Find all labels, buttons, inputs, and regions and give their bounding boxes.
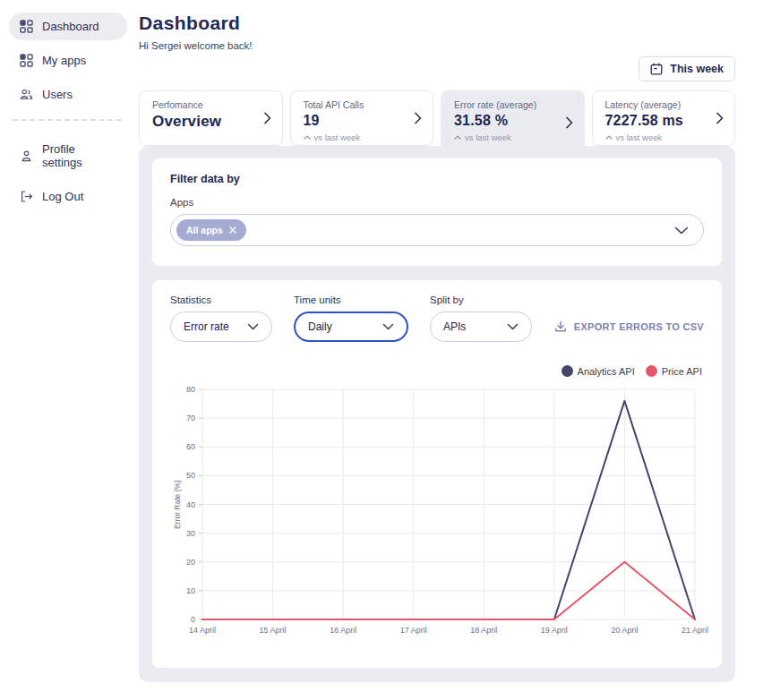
this-week-label: This week [670, 63, 724, 75]
tab-content-area: Filter data by Apps All apps Statistic [139, 146, 735, 682]
filter-heading: Filter data by [170, 173, 704, 185]
sidebar-item-dashboard[interactable]: Dashboard [9, 13, 127, 40]
chevron-down-icon [247, 323, 259, 330]
remove-chip-icon[interactable] [229, 226, 236, 234]
grid-icon [20, 20, 33, 33]
svg-text:20: 20 [186, 558, 195, 567]
legend-dot [562, 365, 573, 377]
stat-card-value: Overview [152, 113, 221, 131]
stat-card-latency[interactable]: Latency (average) 7227.58 ms vs last wee… [592, 90, 736, 146]
sidebar-item-label: Profile settings [42, 142, 116, 169]
svg-text:0: 0 [191, 615, 195, 624]
stat-card-value: 7227.58 ms [605, 113, 683, 129]
all-apps-chip[interactable]: All apps [176, 219, 246, 241]
svg-text:14 April: 14 April [189, 626, 216, 635]
export-csv-link[interactable]: EXPORT ERRORS TO CSV [554, 320, 704, 333]
legend-item-price-api[interactable]: Price API [646, 365, 702, 377]
error-rate-chart: 0102030405060708014 April15 April16 Apri… [170, 380, 704, 650]
chart-panel: Statistics Error rate Time units Daily [152, 280, 722, 668]
chevron-up-icon [304, 135, 311, 140]
sidebar-item-label: My apps [42, 54, 86, 67]
stat-card-label: Total API Calls [304, 99, 364, 110]
calendar-icon [650, 63, 663, 75]
page-title: Dashboard [139, 13, 735, 34]
chip-label: All apps [186, 225, 223, 235]
split-by-label: Split by [430, 295, 532, 305]
stat-card-value: 19 [304, 113, 364, 129]
chevron-right-icon [415, 112, 422, 124]
chevron-up-icon [605, 135, 613, 140]
user-icon [20, 149, 33, 163]
svg-text:60: 60 [186, 442, 195, 451]
stat-card-value: 31.58 % [454, 113, 536, 129]
svg-text:20 April: 20 April [611, 626, 638, 635]
stat-card-performance[interactable]: Perfomance Overview [139, 90, 283, 146]
stat-card-label: Perfomance [152, 99, 221, 110]
svg-text:80: 80 [186, 385, 195, 394]
stat-card-label: Error rate (average) [454, 99, 536, 110]
chart-legend: Analytics API Price API [172, 365, 702, 377]
svg-text:17 April: 17 April [400, 626, 427, 635]
svg-text:Error Rate (%): Error Rate (%) [173, 480, 182, 529]
sidebar-item-profile-settings[interactable]: Profile settings [9, 135, 127, 176]
sidebar: Dashboard My apps Users Profile settings [0, 0, 134, 217]
svg-text:19 April: 19 April [541, 626, 568, 635]
chevron-down-icon [674, 226, 689, 235]
chevron-right-icon [264, 112, 271, 124]
page-subtitle: Hi Sergei welcome back! [139, 40, 735, 51]
svg-text:21 April: 21 April [682, 626, 708, 635]
main-content: Dashboard Hi Sergei welcome back! This w… [139, 13, 735, 682]
sidebar-item-log-out[interactable]: Log Out [9, 183, 127, 210]
statistics-control: Statistics Error rate [170, 295, 272, 342]
chevron-up-icon [454, 135, 461, 140]
svg-text:50: 50 [186, 471, 195, 480]
grid-icon [20, 54, 33, 67]
legend-dot [646, 365, 657, 377]
sidebar-item-label: Log Out [42, 190, 83, 203]
sidebar-item-label: Dashboard [42, 20, 99, 33]
stat-card-trend: vs last week [454, 132, 536, 142]
svg-text:30: 30 [186, 529, 195, 538]
period-row: This week [139, 56, 735, 81]
svg-text:15 April: 15 April [260, 626, 287, 635]
legend-item-analytics-api[interactable]: Analytics API [562, 365, 635, 377]
chevron-right-icon [716, 112, 724, 124]
stat-card-error-rate[interactable]: Error rate (average) 31.58 % vs last wee… [441, 90, 585, 155]
filter-panel: Filter data by Apps All apps [152, 158, 722, 266]
chevron-down-icon [507, 323, 519, 330]
split-by-control: Split by APIs [430, 295, 532, 342]
download-icon [554, 320, 567, 333]
sidebar-item-users[interactable]: Users [9, 81, 127, 108]
chevron-down-icon [382, 323, 394, 330]
dashboard-page: Dashboard My apps Users Profile settings [0, 0, 763, 700]
svg-text:40: 40 [186, 500, 195, 509]
stat-card-trend: vs last week [605, 132, 683, 142]
svg-text:18 April: 18 April [470, 626, 497, 635]
stat-cards-row: Perfomance Overview Total API Calls 19 v… [139, 90, 735, 155]
svg-text:10: 10 [186, 586, 195, 595]
logout-icon [20, 190, 33, 203]
this-week-button[interactable]: This week [639, 56, 735, 81]
time-units-control: Time units Daily [294, 295, 408, 342]
stat-card-total-api-calls[interactable]: Total API Calls 19 vs last week [290, 90, 434, 146]
apps-filter-label: Apps [170, 197, 704, 208]
sidebar-item-my-apps[interactable]: My apps [9, 47, 127, 74]
time-units-label: Time units [294, 295, 408, 305]
apps-multiselect[interactable]: All apps [170, 214, 704, 246]
chart-controls: Statistics Error rate Time units Daily [170, 295, 704, 342]
svg-text:70: 70 [186, 414, 195, 423]
sidebar-divider [13, 119, 122, 121]
users-icon [20, 88, 33, 101]
svg-text:16 April: 16 April [330, 626, 356, 635]
error-rate-chart-svg: 0102030405060708014 April15 April16 Apri… [172, 380, 722, 646]
statistics-label: Statistics [170, 295, 272, 305]
chevron-right-icon [566, 116, 573, 129]
stat-card-trend: vs last week [304, 132, 364, 142]
stat-card-label: Latency (average) [605, 99, 683, 110]
statistics-select[interactable]: Error rate [170, 312, 272, 342]
time-units-select[interactable]: Daily [294, 312, 408, 342]
sidebar-item-label: Users [42, 88, 73, 101]
split-by-select[interactable]: APIs [430, 312, 532, 342]
